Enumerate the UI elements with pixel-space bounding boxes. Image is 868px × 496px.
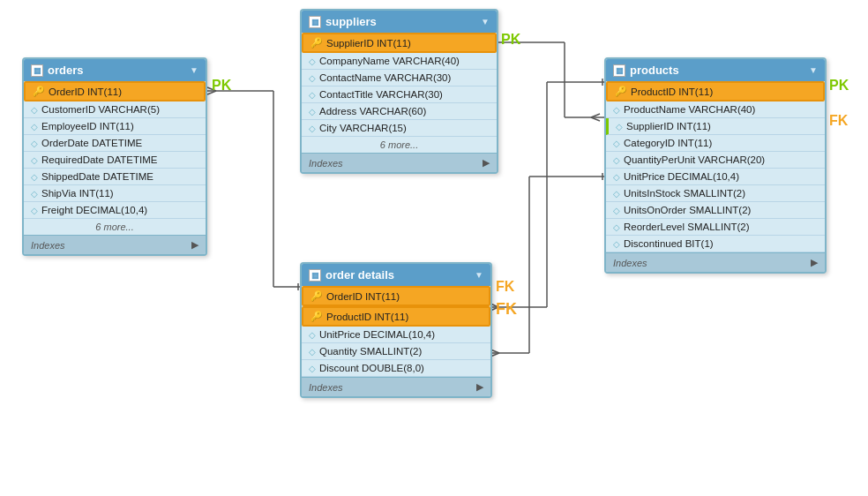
suppliers-pk-label: PK (501, 32, 520, 48)
order-details-table-name: order details (326, 268, 394, 282)
orders-row-customerid: ◇ CustomerID VARCHAR(5) (24, 101, 206, 118)
orders-row-shippeddate: ◇ ShippedDate DATETIME (24, 169, 206, 185)
orders-table: ▦ orders ▼ 🔑 OrderID INT(11) ◇ CustomerI… (22, 57, 207, 256)
products-row-supplierid: ◇ SupplierID INT(11) (606, 118, 825, 135)
orders-row-orderdate: ◇ OrderDate DATETIME (24, 135, 206, 152)
key-icon: 🔑 (311, 37, 323, 49)
suppliers-table-header[interactable]: ▦ suppliers ▼ (302, 11, 497, 33)
suppliers-chevron-icon[interactable]: ▼ (481, 17, 490, 26)
order-details-indexes-arrow: ▶ (476, 381, 483, 393)
order-details-indexes-label: Indexes (309, 382, 343, 393)
products-pk-label: PK (829, 78, 849, 94)
orders-indexes-label: Indexes (31, 240, 65, 251)
orders-table-header[interactable]: ▦ orders ▼ (24, 59, 206, 81)
table-icon: ▦ (309, 16, 321, 28)
products-table: ▦ products ▼ 🔑 ProductID INT(11) ◇ Produ… (604, 57, 827, 274)
orders-indexes[interactable]: Indexes ▶ (24, 235, 206, 254)
products-chevron-icon[interactable]: ▼ (809, 65, 818, 75)
diamond-icon: ◇ (31, 172, 38, 182)
order-details-fk1-label: FK (496, 279, 514, 295)
products-row-unitsonorder: ◇ UnitsOnOrder SMALLINT(2) (606, 202, 825, 219)
products-row-categoryid: ◇ CategoryID INT(11) (606, 135, 825, 152)
diamond-icon: ◇ (309, 56, 316, 66)
suppliers-table: ▦ suppliers ▼ 🔑 SupplierID INT(11) ◇ Com… (300, 9, 498, 174)
diamond-icon: ◇ (31, 139, 38, 148)
key-icon: 🔑 (615, 86, 627, 97)
suppliers-indexes[interactable]: Indexes ▶ (302, 153, 497, 172)
suppliers-row-city: ◇ City VARCHAR(15) (302, 120, 497, 137)
diamond-icon: ◇ (31, 206, 38, 215)
diamond-icon: ◇ (309, 90, 316, 100)
diamond-icon: ◇ (613, 172, 620, 182)
order-details-indexes[interactable]: Indexes ▶ (302, 377, 490, 396)
key-icon: 🔑 (311, 290, 323, 302)
suppliers-indexes-label: Indexes (309, 158, 343, 169)
diamond-icon: ◇ (613, 222, 620, 232)
diamond-icon: ◇ (613, 206, 620, 215)
orders-row-requireddate: ◇ RequiredDate DATETIME (24, 152, 206, 169)
svg-line-11 (591, 117, 600, 121)
products-indexes-label: Indexes (613, 258, 647, 268)
orders-row-employeeid: ◇ EmployeeID INT(11) (24, 118, 206, 135)
products-row-unitsinstock: ◇ UnitsInStock SMALLINT(2) (606, 185, 825, 202)
diamond-icon: ◇ (309, 124, 316, 133)
diamond-icon: ◇ (309, 73, 316, 83)
diamond-icon: ◇ (309, 364, 316, 373)
suppliers-row-address: ◇ Address VARCHAR(60) (302, 103, 497, 120)
diamond-icon: ◇ (613, 189, 620, 199)
suppliers-indexes-arrow: ▶ (483, 157, 490, 169)
table-icon: ▦ (31, 64, 43, 77)
orders-row-freight: ◇ Freight DECIMAL(10,4) (24, 202, 206, 219)
order-details-row-orderid: 🔑 OrderID INT(11) (302, 286, 490, 306)
products-table-header[interactable]: ▦ products ▼ (606, 59, 825, 81)
order-details-row-discount: ◇ Discount DOUBLE(8,0) (302, 360, 490, 377)
products-row-unitprice: ◇ UnitPrice DECIMAL(10,4) (606, 169, 825, 185)
key-icon: 🔑 (311, 311, 323, 322)
diamond-icon: ◇ (616, 122, 623, 132)
products-indexes[interactable]: Indexes ▶ (606, 252, 825, 272)
products-fk-label: FK (829, 113, 848, 129)
diamond-icon: ◇ (613, 105, 620, 115)
key-icon: 🔑 (33, 86, 45, 97)
order-details-row-productid: 🔑 ProductID INT(11) (302, 306, 490, 327)
orders-indexes-arrow: ▶ (191, 239, 198, 251)
suppliers-row-contactname: ◇ ContactName VARCHAR(30) (302, 70, 497, 86)
products-table-name: products (630, 64, 679, 77)
suppliers-row-supplierid: 🔑 SupplierID INT(11) (302, 33, 497, 53)
order-details-row-unitprice: ◇ UnitPrice DECIMAL(10,4) (302, 327, 490, 343)
orders-row-orderid: 🔑 OrderID INT(11) (24, 81, 206, 101)
diamond-icon: ◇ (613, 239, 620, 249)
table-icon: ▦ (613, 64, 625, 77)
products-row-reorderlevel: ◇ ReorderLevel SMALLINT(2) (606, 219, 825, 236)
order-details-row-quantity: ◇ Quantity SMALLINT(2) (302, 343, 490, 360)
products-indexes-arrow: ▶ (811, 257, 818, 268)
suppliers-table-name: suppliers (326, 15, 377, 28)
diamond-icon: ◇ (31, 189, 38, 199)
products-row-productid: 🔑 ProductID INT(11) (606, 81, 825, 101)
orders-table-name: orders (48, 64, 83, 77)
order-details-table: ▦ order details ▼ 🔑 OrderID INT(11) 🔑 Pr… (300, 262, 492, 398)
suppliers-more: 6 more... (302, 137, 497, 153)
orders-more: 6 more... (24, 219, 206, 235)
diamond-icon: ◇ (31, 155, 38, 165)
diamond-icon: ◇ (309, 330, 316, 340)
products-row-productname: ◇ ProductName VARCHAR(40) (606, 101, 825, 118)
products-row-quantityperunit: ◇ QuantityPerUnit VARCHAR(20) (606, 152, 825, 169)
diamond-icon: ◇ (31, 105, 38, 115)
table-icon: ▦ (309, 269, 321, 282)
products-row-discontinued: ◇ Discontinued BIT(1) (606, 236, 825, 252)
diamond-icon: ◇ (613, 139, 620, 148)
diamond-icon: ◇ (613, 155, 620, 165)
order-details-chevron-icon[interactable]: ▼ (475, 270, 483, 280)
diamond-icon: ◇ (309, 347, 316, 357)
diamond-icon: ◇ (31, 122, 38, 132)
diamond-icon: ◇ (309, 107, 316, 116)
suppliers-row-contacttitle: ◇ ContactTitle VARCHAR(30) (302, 86, 497, 103)
svg-line-10 (591, 114, 600, 117)
orders-pk-label: PK (212, 78, 231, 94)
orders-chevron-icon[interactable]: ▼ (190, 65, 198, 75)
orders-row-shipvia: ◇ ShipVia INT(11) (24, 185, 206, 202)
order-details-fk2-label: FK (496, 300, 517, 319)
suppliers-row-companyname: ◇ CompanyName VARCHAR(40) (302, 53, 497, 70)
order-details-table-header[interactable]: ▦ order details ▼ (302, 264, 490, 286)
